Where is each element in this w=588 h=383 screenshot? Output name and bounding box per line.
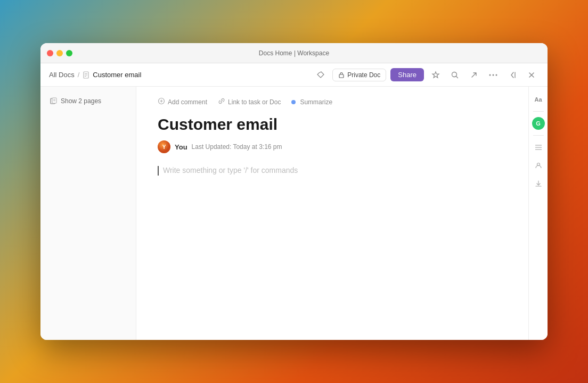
link-task-label: Link to task or Doc (228, 98, 281, 106)
traffic-lights (40, 50, 72, 56)
link-icon (218, 97, 225, 106)
editor-placeholder-text: Write something or type '/' for commands (163, 166, 298, 174)
more-button[interactable] (486, 68, 501, 82)
doc-title[interactable]: Customer email (158, 115, 507, 134)
maximize-button[interactable] (66, 50, 72, 56)
author-row: Y You Last Updated: Today at 3:16 pm (158, 140, 507, 153)
add-comment-label: Add comment (168, 98, 207, 106)
export-button[interactable] (467, 68, 481, 82)
toolbar: All Docs / Customer email (40, 63, 548, 87)
app-window: Docs Home | Workspace All Docs / Custome… (40, 43, 548, 340)
add-comment-button[interactable]: Add comment (158, 97, 207, 106)
share-button[interactable]: Share (390, 68, 424, 81)
window-title: Docs Home | Workspace (259, 49, 329, 57)
comment-icon (158, 97, 165, 106)
close-window-button[interactable] (524, 68, 539, 82)
summarize-button[interactable]: Summarize (291, 98, 332, 106)
search-button[interactable] (447, 68, 462, 82)
collapse-button[interactable] (505, 68, 520, 82)
toolbar-actions: Private Doc Share (313, 68, 539, 82)
summarize-dot-icon (291, 100, 296, 104)
lock-icon (338, 72, 345, 78)
breadcrumb: All Docs / Customer email (49, 71, 141, 79)
close-button[interactable] (47, 50, 53, 56)
format-icon: Aa (534, 96, 542, 103)
indent-icon (535, 144, 542, 151)
editor-cursor (158, 166, 159, 176)
doc-icon (83, 71, 90, 79)
editor-content[interactable]: Write something or type '/' for commands (158, 166, 507, 176)
people-icon (535, 162, 542, 169)
breadcrumb-current-label: Customer email (93, 71, 141, 79)
titlebar: Docs Home | Workspace (40, 43, 548, 63)
avatar-image: Y (158, 140, 170, 153)
summarize-label: Summarize (300, 98, 332, 106)
right-sidebar: Aa G (528, 87, 548, 340)
svg-rect-4 (339, 74, 344, 78)
collaborators-button[interactable] (531, 158, 546, 173)
pages-icon (50, 97, 58, 105)
format-button[interactable]: Aa (531, 92, 546, 107)
pin-button[interactable] (313, 68, 328, 82)
minimize-button[interactable] (56, 50, 63, 56)
presence-indicator: G (532, 117, 545, 130)
private-doc-label: Private Doc (347, 71, 380, 79)
svg-marker-5 (432, 72, 439, 78)
indent-button[interactable] (531, 140, 546, 155)
main-layout: Show 2 pages Add comme (40, 87, 548, 340)
show-pages-button[interactable]: Show 2 pages (47, 95, 129, 107)
svg-point-10 (496, 74, 497, 76)
author-name: You (175, 143, 187, 151)
show-pages-label: Show 2 pages (61, 97, 101, 105)
breadcrumb-all-docs[interactable]: All Docs (49, 71, 75, 79)
svg-text:Y: Y (162, 144, 166, 150)
content-area: Add comment Link to task or Doc (136, 87, 548, 340)
svg-point-9 (493, 74, 494, 76)
sidebar-divider-2 (533, 135, 544, 136)
sidebar-divider-1 (533, 111, 544, 112)
presence-label: G (536, 120, 541, 127)
link-task-button[interactable]: Link to task or Doc (218, 97, 281, 106)
breadcrumb-current: Customer email (83, 71, 141, 79)
star-button[interactable] (428, 68, 443, 82)
last-updated: Last Updated: Today at 3:16 pm (192, 143, 282, 151)
avatar: Y (158, 140, 170, 153)
download-icon (535, 180, 542, 187)
editor-wrapper: Add comment Link to task or Doc (136, 87, 528, 340)
private-doc-button[interactable]: Private Doc (332, 69, 386, 81)
action-bar: Add comment Link to task or Doc (158, 97, 507, 106)
svg-line-7 (456, 76, 458, 78)
svg-point-8 (489, 74, 491, 76)
download-button[interactable] (531, 176, 546, 191)
sidebar: Show 2 pages (40, 87, 136, 340)
breadcrumb-separator: / (78, 71, 80, 79)
